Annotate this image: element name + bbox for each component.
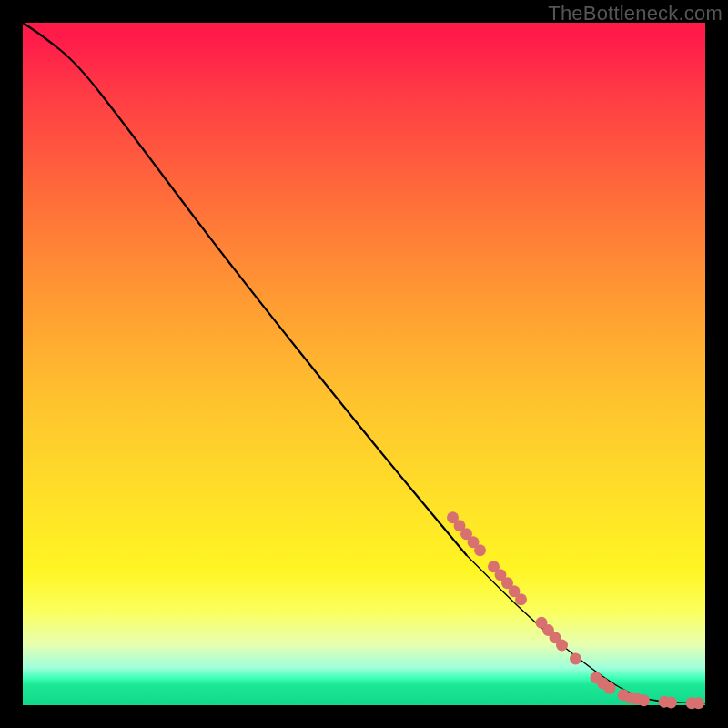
- data-marker: [693, 697, 704, 709]
- chart-svg: [23, 23, 705, 705]
- data-marker: [474, 544, 486, 556]
- data-marker: [604, 682, 616, 694]
- curve-line: [23, 23, 467, 555]
- data-marker: [638, 694, 650, 706]
- chart-plot-area: [23, 23, 705, 705]
- marker-group: [447, 511, 704, 709]
- data-marker: [556, 640, 568, 652]
- data-marker: [570, 653, 581, 665]
- data-marker: [515, 593, 527, 605]
- watermark-text: TheBottleneck.com: [548, 2, 723, 25]
- data-marker: [665, 697, 677, 709]
